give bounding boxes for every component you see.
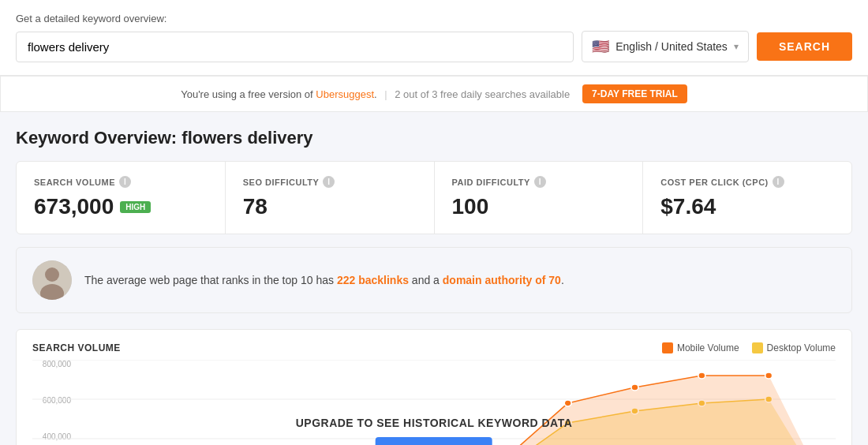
desktop-legend-label: Desktop Volume [767, 342, 836, 353]
language-selector[interactable]: 🇺🇸 English / United States ▾ [582, 31, 749, 62]
trial-button[interactable]: 7-DAY FREE TRIAL [582, 84, 687, 103]
chart-canvas-wrapper: UPGRADE TO SEE HISTORICAL KEYWORD DATA 7… [32, 360, 836, 445]
insight-bar: The average web page that ranks in the t… [16, 247, 852, 313]
seo-difficulty-info-icon[interactable]: i [323, 176, 335, 188]
chart-title: SEARCH VOLUME [32, 342, 121, 353]
page-title: Keyword Overview: flowers delivery [16, 128, 852, 148]
mobile-legend-label: Mobile Volume [677, 342, 739, 353]
paid-difficulty-info-icon[interactable]: i [534, 176, 546, 188]
legend-mobile: Mobile Volume [662, 342, 739, 353]
promo-divider: | [384, 88, 390, 100]
desktop-legend-dot [752, 342, 763, 353]
free-searches-text: 2 out of 3 free daily searches available [395, 88, 570, 100]
search-volume-value: 673,000 [34, 194, 114, 219]
metric-label-text: SEARCH VOLUME [34, 178, 115, 187]
mobile-dot [765, 372, 773, 379]
domain-authority-highlight: domain authority of 70 [443, 274, 561, 286]
chevron-down-icon: ▾ [734, 41, 739, 52]
language-text: English / United States [615, 40, 728, 53]
overlay-title: UPGRADE TO SEE HISTORICAL KEYWORD DATA [296, 417, 573, 429]
mobile-dot [631, 384, 638, 391]
search-input[interactable] [16, 32, 574, 62]
metrics-row: SEARCH VOLUME i 673,000 HIGH SEO DIFFICU… [16, 161, 852, 234]
chart-overlay: UPGRADE TO SEE HISTORICAL KEYWORD DATA 7… [296, 417, 573, 446]
top-bar: Get a detailed keyword overview: 🇺🇸 Engl… [0, 0, 868, 76]
high-badge: HIGH [120, 201, 151, 213]
cpc-info-icon[interactable]: i [773, 176, 784, 188]
backlinks-highlight: 222 backlinks [337, 274, 409, 286]
search-volume-info-icon[interactable]: i [119, 176, 131, 188]
overlay-trial-button[interactable]: 7-Day Free Trial [376, 437, 492, 446]
main-content: Keyword Overview: flowers delivery SEARC… [0, 112, 868, 445]
metric-label-text: SEO DIFFICULTY [243, 178, 320, 187]
search-row: 🇺🇸 English / United States ▾ SEARCH [16, 31, 852, 62]
avatar [32, 260, 72, 300]
metric-label-text: COST PER CLICK (CPC) [660, 178, 769, 187]
mobile-dot [564, 400, 571, 406]
mobile-legend-dot [662, 342, 673, 353]
chart-legend: Mobile Volume Desktop Volume [662, 342, 836, 353]
svg-point-1 [45, 267, 59, 282]
mobile-dot [698, 372, 705, 379]
search-label: Get a detailed keyword overview: [16, 13, 852, 24]
metric-paid-difficulty: PAID DIFFICULTY i 100 [435, 162, 644, 234]
ubersuggest-link[interactable]: Ubersuggest [316, 88, 374, 100]
chart-section: SEARCH VOLUME Mobile Volume Desktop Volu… [16, 329, 852, 445]
promo-text: You're using a free version of Ubersugge… [181, 88, 570, 100]
search-button[interactable]: SEARCH [757, 32, 852, 61]
chart-header: SEARCH VOLUME Mobile Volume Desktop Volu… [32, 342, 836, 353]
seo-difficulty-value: 78 [243, 194, 268, 219]
promo-bar: You're using a free version of Ubersugge… [0, 76, 868, 112]
metric-label-text: PAID DIFFICULTY [452, 178, 530, 187]
metric-search-volume: SEARCH VOLUME i 673,000 HIGH [17, 162, 226, 234]
insight-text: The average web page that ranks in the t… [84, 272, 564, 289]
metric-seo-difficulty: SEO DIFFICULTY i 78 [226, 162, 435, 234]
flag-icon: 🇺🇸 [592, 38, 609, 55]
paid-difficulty-value: 100 [452, 194, 489, 219]
cpc-value: $7.64 [660, 194, 716, 219]
metric-cpc: COST PER CLICK (CPC) i $7.64 [643, 162, 851, 234]
legend-desktop: Desktop Volume [752, 342, 836, 353]
